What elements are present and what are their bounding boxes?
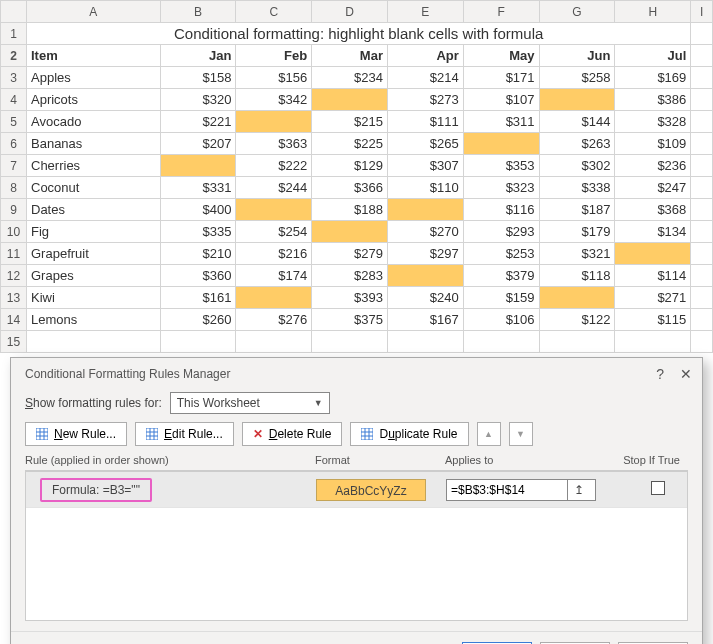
cell[interactable] [27,331,161,353]
data-cell[interactable]: $253 [463,243,539,265]
row-header[interactable]: 8 [1,177,27,199]
cell[interactable] [691,45,713,67]
data-cell[interactable]: $225 [312,133,388,155]
col-header[interactable]: A [27,1,161,23]
data-cell[interactable]: $338 [539,177,615,199]
data-cell[interactable]: $279 [312,243,388,265]
data-cell[interactable]: $221 [160,111,236,133]
header-month[interactable]: Apr [387,45,463,67]
data-cell[interactable]: $342 [236,89,312,111]
cell[interactable] [387,331,463,353]
header-month[interactable]: Feb [236,45,312,67]
data-cell[interactable]: $210 [160,243,236,265]
row-header[interactable]: 2 [1,45,27,67]
data-cell[interactable]: $311 [463,111,539,133]
item-cell[interactable]: Grapes [27,265,161,287]
data-cell[interactable]: $321 [539,243,615,265]
cell[interactable] [312,331,388,353]
cell[interactable] [463,331,539,353]
item-cell[interactable]: Avocado [27,111,161,133]
row-header[interactable]: 9 [1,199,27,221]
row-header[interactable]: 3 [1,67,27,89]
data-cell[interactable]: $129 [312,155,388,177]
data-cell[interactable]: $379 [463,265,539,287]
row-header[interactable]: 6 [1,133,27,155]
data-cell[interactable]: $265 [387,133,463,155]
cell[interactable] [615,331,691,353]
cell[interactable] [691,221,713,243]
data-cell[interactable]: $158 [160,67,236,89]
cell[interactable] [691,111,713,133]
range-picker-icon[interactable]: ↥ [567,480,589,500]
select-all-corner[interactable] [1,1,27,23]
data-cell[interactable]: $353 [463,155,539,177]
data-cell[interactable]: $111 [387,111,463,133]
data-cell[interactable]: $276 [236,309,312,331]
data-cell[interactable] [236,111,312,133]
col-header[interactable]: B [160,1,236,23]
data-cell[interactable]: $366 [312,177,388,199]
col-header[interactable]: C [236,1,312,23]
row-header[interactable]: 1 [1,23,27,45]
data-cell[interactable]: $207 [160,133,236,155]
data-cell[interactable]: $363 [236,133,312,155]
row-header[interactable]: 14 [1,309,27,331]
data-cell[interactable]: $116 [463,199,539,221]
data-cell[interactable]: $335 [160,221,236,243]
col-header[interactable]: D [312,1,388,23]
data-cell[interactable]: $302 [539,155,615,177]
item-cell[interactable]: Lemons [27,309,161,331]
row-header[interactable]: 13 [1,287,27,309]
cell[interactable] [691,331,713,353]
worksheet-grid[interactable]: A B C D E F G H I 1 Conditional formatti… [0,0,713,353]
row-header[interactable]: 10 [1,221,27,243]
data-cell[interactable]: $118 [539,265,615,287]
data-cell[interactable]: $247 [615,177,691,199]
data-cell[interactable]: $156 [236,67,312,89]
data-cell[interactable]: $270 [387,221,463,243]
data-cell[interactable]: $386 [615,89,691,111]
applies-to-input[interactable] [447,483,567,497]
data-cell[interactable]: $161 [160,287,236,309]
cell[interactable] [691,23,713,45]
col-header[interactable]: E [387,1,463,23]
data-cell[interactable]: $297 [387,243,463,265]
data-cell[interactable] [615,243,691,265]
item-cell[interactable]: Dates [27,199,161,221]
data-cell[interactable]: $222 [236,155,312,177]
cell[interactable] [691,177,713,199]
data-cell[interactable]: $271 [615,287,691,309]
data-cell[interactable]: $188 [312,199,388,221]
col-header[interactable]: G [539,1,615,23]
data-cell[interactable]: $234 [312,67,388,89]
header-month[interactable]: Jul [615,45,691,67]
data-cell[interactable]: $263 [539,133,615,155]
cell[interactable] [691,155,713,177]
data-cell[interactable]: $393 [312,287,388,309]
data-cell[interactable] [236,287,312,309]
col-header[interactable]: I [691,1,713,23]
data-cell[interactable]: $331 [160,177,236,199]
col-header[interactable]: F [463,1,539,23]
cell[interactable] [691,89,713,111]
row-header[interactable]: 4 [1,89,27,111]
data-cell[interactable]: $320 [160,89,236,111]
data-cell[interactable]: $283 [312,265,388,287]
scope-combo[interactable]: This Worksheet ▼ [170,392,330,414]
item-cell[interactable]: Fig [27,221,161,243]
delete-rule-button[interactable]: ✕ Delete Rule [242,422,343,446]
header-month[interactable]: Mar [312,45,388,67]
data-cell[interactable] [539,89,615,111]
data-cell[interactable]: $244 [236,177,312,199]
data-cell[interactable]: $109 [615,133,691,155]
data-cell[interactable]: $400 [160,199,236,221]
move-up-button[interactable]: ▲ [477,422,501,446]
data-cell[interactable]: $106 [463,309,539,331]
stop-if-true-checkbox[interactable] [651,481,665,495]
cell[interactable] [539,331,615,353]
new-rule-button[interactable]: New Rule... [25,422,127,446]
data-cell[interactable]: $215 [312,111,388,133]
row-header[interactable]: 15 [1,331,27,353]
data-cell[interactable] [312,221,388,243]
item-cell[interactable]: Grapefruit [27,243,161,265]
